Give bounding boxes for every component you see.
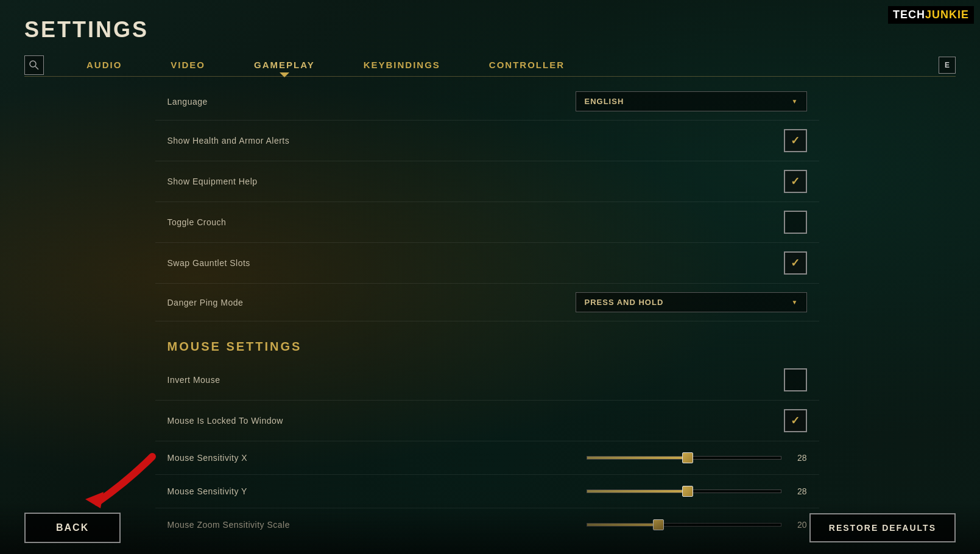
mouse-locked-checkbox[interactable]: ✓ bbox=[784, 409, 807, 432]
setting-row-equipment-help: Show Equipment Help ✓ bbox=[155, 161, 819, 202]
restore-defaults-button[interactable]: RESTORE DEFAULTS bbox=[809, 513, 956, 542]
danger-ping-label: Danger Ping Mode bbox=[167, 298, 244, 307]
invert-mouse-label: Invert Mouse bbox=[167, 375, 220, 385]
checkmark-icon: ✓ bbox=[791, 176, 800, 187]
mouse-settings-header: MOUSE SETTINGS bbox=[155, 328, 819, 360]
main-content: Language ENGLISH ▼ Show Health and Armor… bbox=[0, 83, 980, 539]
tab-gameplay[interactable]: GAMEPLAY bbox=[230, 54, 339, 76]
language-value: ENGLISH bbox=[585, 97, 624, 106]
tab-controller[interactable]: CONTROLLER bbox=[465, 54, 589, 76]
setting-row-health-armor: Show Health and Armor Alerts ✓ bbox=[155, 121, 819, 161]
setting-row-danger-ping: Danger Ping Mode PRESS AND HOLD ▼ bbox=[155, 284, 819, 321]
sensitivity-y-value: 28 bbox=[789, 486, 807, 496]
tab-audio[interactable]: AUDIO bbox=[62, 54, 146, 76]
sensitivity-y-control: 28 bbox=[587, 486, 807, 496]
sensitivity-x-label: Mouse Sensitivity X bbox=[167, 453, 248, 463]
tab-keybindings[interactable]: KEYBINDINGS bbox=[339, 54, 465, 76]
sensitivity-y-label: Mouse Sensitivity Y bbox=[167, 486, 247, 496]
equipment-help-label: Show Equipment Help bbox=[167, 177, 258, 186]
language-label: Language bbox=[167, 97, 208, 107]
sensitivity-y-track[interactable] bbox=[587, 489, 781, 493]
sensitivity-x-control: 28 bbox=[587, 453, 807, 463]
tab-video[interactable]: VIDEO bbox=[146, 54, 230, 76]
svg-point-0 bbox=[30, 61, 36, 67]
swap-gauntlet-label: Swap Gauntlet Slots bbox=[167, 258, 250, 268]
setting-row-invert-mouse: Invert Mouse bbox=[155, 360, 819, 401]
page-title: SETTINGS bbox=[24, 17, 956, 43]
header: SETTINGS AUDIO VIDEO GAMEPLAY KEYBINDING… bbox=[0, 0, 980, 77]
setting-row-language: Language ENGLISH ▼ bbox=[155, 83, 819, 121]
tabs-bar: AUDIO VIDEO GAMEPLAY KEYBINDINGS CONTROL… bbox=[24, 54, 956, 77]
danger-ping-value: PRESS AND HOLD bbox=[585, 298, 664, 307]
setting-row-swap-gauntlet: Swap Gauntlet Slots ✓ bbox=[155, 243, 819, 284]
setting-row-sensitivity-x: Mouse Sensitivity X 28 bbox=[155, 441, 819, 475]
sensitivity-y-fill bbox=[587, 490, 688, 493]
health-armor-checkbox[interactable]: ✓ bbox=[784, 129, 807, 152]
techjunkie-logo: TECHJUNKIE bbox=[888, 6, 974, 24]
dropdown-arrow-icon: ▼ bbox=[792, 98, 798, 105]
mouse-locked-label: Mouse Is Locked To Window bbox=[167, 416, 283, 426]
invert-mouse-checkbox[interactable] bbox=[784, 368, 807, 391]
logo-junkie: JUNKIE bbox=[925, 9, 969, 21]
checkmark-icon: ✓ bbox=[791, 135, 800, 146]
dropdown-arrow-icon: ▼ bbox=[792, 299, 798, 306]
health-armor-label: Show Health and Armor Alerts bbox=[167, 136, 290, 146]
swap-gauntlet-checkbox[interactable]: ✓ bbox=[784, 251, 807, 275]
sensitivity-x-value: 28 bbox=[789, 453, 807, 463]
toggle-crouch-checkbox[interactable] bbox=[784, 211, 807, 234]
back-button[interactable]: BACK bbox=[24, 513, 121, 543]
setting-row-toggle-crouch: Toggle Crouch bbox=[155, 202, 819, 243]
toggle-crouch-label: Toggle Crouch bbox=[167, 217, 227, 227]
logo-tech: TECH bbox=[893, 9, 925, 21]
bottom-bar: BACK RESTORE DEFAULTS bbox=[0, 502, 980, 554]
checkmark-icon: ✓ bbox=[791, 258, 800, 268]
sensitivity-x-track[interactable] bbox=[587, 456, 781, 460]
settings-panel: Language ENGLISH ▼ Show Health and Armor… bbox=[155, 83, 825, 539]
search-tab-icon[interactable] bbox=[24, 55, 44, 75]
sensitivity-x-fill bbox=[587, 457, 688, 459]
sensitivity-x-thumb[interactable] bbox=[682, 452, 693, 463]
language-dropdown[interactable]: ENGLISH ▼ bbox=[576, 91, 807, 111]
tab-end-icon: E bbox=[939, 57, 956, 74]
setting-row-mouse-locked: Mouse Is Locked To Window ✓ bbox=[155, 401, 819, 441]
equipment-help-checkbox[interactable]: ✓ bbox=[784, 170, 807, 193]
sensitivity-y-thumb[interactable] bbox=[682, 486, 693, 497]
danger-ping-dropdown[interactable]: PRESS AND HOLD ▼ bbox=[576, 292, 807, 312]
checkmark-icon: ✓ bbox=[791, 415, 800, 426]
svg-line-1 bbox=[35, 66, 38, 69]
